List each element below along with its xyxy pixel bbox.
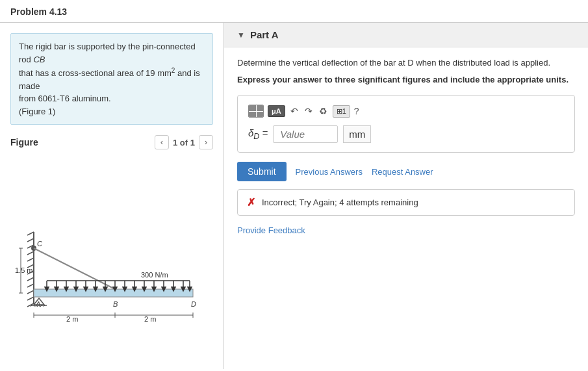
svg-rect-16 [34, 289, 193, 297]
svg-line-10 [27, 290, 34, 294]
input-label: δD = [248, 127, 268, 141]
figure-prev-button[interactable]: ‹ [155, 135, 169, 149]
grid-icon[interactable] [248, 105, 264, 118]
redo-button[interactable]: ↷ [303, 105, 314, 118]
help-button[interactable]: ? [354, 106, 359, 116]
toolbar: μA ↶ ↷ ♻ ⊞1 ? [248, 105, 564, 118]
svg-line-9 [27, 284, 34, 287]
figure-nav: ‹ 1 of 1 › [155, 135, 213, 149]
collapse-icon[interactable]: ▼ [237, 31, 245, 40]
part-header: ▼ Part A [224, 23, 588, 47]
incorrect-icon: ✗ [247, 196, 255, 209]
figure-label: Figure [10, 137, 38, 147]
submit-row: Submit Previous Answers Request Answer [237, 162, 575, 181]
value-input[interactable] [273, 125, 338, 143]
description-text: The rigid bar is supported by the pin-co… [19, 42, 200, 116]
svg-line-11 [27, 297, 34, 300]
figure-section: Figure ‹ 1 of 1 › [0, 131, 224, 369]
svg-line-2 [27, 238, 34, 242]
svg-line-5 [27, 258, 34, 261]
left-panel: The rigid bar is supported by the pin-co… [0, 23, 224, 369]
provide-feedback-link[interactable]: Provide Feedback [237, 225, 305, 235]
svg-text:300 N/m: 300 N/m [141, 271, 168, 279]
request-answer-link[interactable]: Request Answer [372, 167, 433, 177]
svg-line-15 [34, 248, 115, 289]
figure-next-button[interactable]: › [199, 135, 213, 149]
problem-header: Problem 4.13 [0, 0, 588, 23]
svg-text:B: B [113, 300, 118, 308]
svg-line-4 [27, 251, 34, 255]
problem-description: The rigid bar is supported by the pin-co… [10, 33, 213, 125]
feedback-text: Incorrect; Try Again; 4 attempts remaini… [262, 198, 418, 207]
previous-answers-link[interactable]: Previous Answers [296, 167, 363, 177]
answer-box: μA ↶ ↷ ♻ ⊞1 ? δD = [237, 95, 575, 153]
part-content: Determine the vertical deflection of the… [224, 47, 588, 244]
svg-text:C: C [37, 240, 42, 248]
svg-text:2 m: 2 m [144, 315, 156, 323]
feedback-box: ✗ Incorrect; Try Again; 4 attempts remai… [237, 189, 575, 216]
undo-button[interactable]: ↶ [289, 105, 300, 118]
right-panel: ▼ Part A Determine the vertical deflecti… [224, 23, 588, 369]
keyboard-button[interactable]: ⊞1 [333, 105, 350, 118]
part-label: Part A [250, 29, 279, 40]
mu-button[interactable]: μA [268, 105, 285, 117]
reset-button[interactable]: ♻ [318, 105, 329, 118]
submit-button[interactable]: Submit [237, 162, 287, 181]
svg-line-8 [27, 277, 34, 281]
part-instruction: Determine the vertical deflection of the… [237, 57, 575, 70]
svg-line-1 [27, 232, 34, 235]
figure-nav-label: 1 of 1 [173, 138, 195, 147]
figure-diagram: C A B D [0, 153, 224, 369]
svg-text:2 m: 2 m [66, 315, 78, 323]
input-row: δD = mm [248, 125, 564, 143]
unit-display: mm [343, 125, 371, 143]
figure-header: Figure ‹ 1 of 1 › [0, 131, 224, 153]
svg-text:D: D [191, 300, 196, 308]
part-sub-instruction: Express your answer to three significant… [237, 73, 575, 86]
figure-svg: C A B D [14, 193, 209, 323]
problem-title: Problem 4.13 [10, 6, 67, 17]
svg-text:1.5 m: 1.5 m [15, 266, 33, 274]
